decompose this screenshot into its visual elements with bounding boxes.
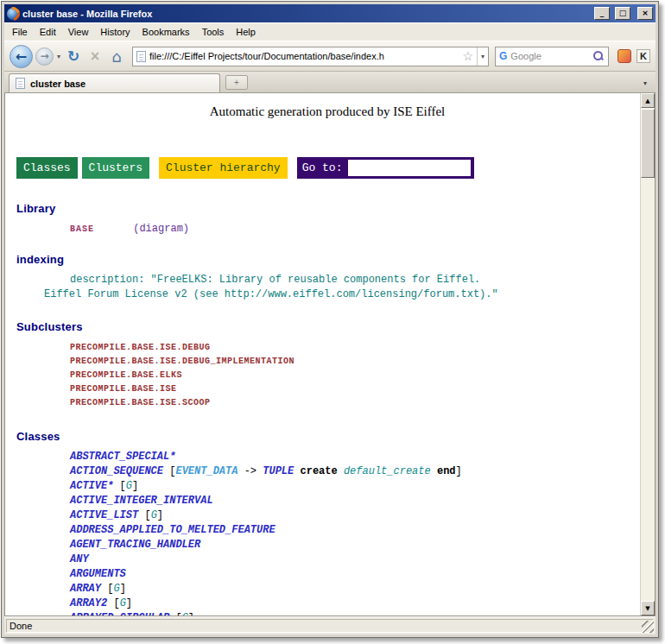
extension-k-icon[interactable]: K <box>636 49 650 63</box>
subcluster-link[interactable]: PRECOMPILE.BASE.ISE.DEBUG_IMPLEMENTATION <box>70 355 638 369</box>
menu-tools[interactable]: Tools <box>196 24 231 40</box>
code-token: G <box>113 583 119 595</box>
class-link[interactable]: ACTION_SEQUENCE <box>70 465 163 477</box>
class-link[interactable]: ARRAY2 <box>70 597 107 609</box>
resize-grip[interactable] <box>642 621 654 633</box>
list-all-tabs-button[interactable]: ▾ <box>637 74 653 92</box>
code-token: EVENT_DATA <box>175 465 238 477</box>
extension-icons: K <box>618 49 650 63</box>
search-magnifier-icon[interactable] <box>592 50 605 62</box>
url-dropdown-icon[interactable]: ▾ <box>477 47 484 66</box>
vertical-scrollbar[interactable]: ▲ ▼ <box>640 93 655 616</box>
class-entry: AGENT_TRACING_HANDLER <box>70 538 638 552</box>
url-bar[interactable]: ☆ ▾ <box>132 47 489 66</box>
subcluster-link[interactable]: PRECOMPILE.BASE.ISE.SCOOP <box>70 396 638 410</box>
site-identity-icon <box>136 51 146 62</box>
code-token: [ <box>107 597 119 609</box>
menu-bookmarks[interactable]: Bookmarks <box>136 24 196 40</box>
menu-edit[interactable]: Edit <box>34 24 62 40</box>
history-dropdown-icon[interactable]: ▾ <box>56 53 61 60</box>
scrollbar-thumb[interactable] <box>641 109 655 178</box>
title-bar[interactable]: cluster base - Mozilla Firefox _ □ × <box>4 4 656 22</box>
class-entry: ACTIVE* [G] <box>70 479 638 494</box>
menu-view[interactable]: View <box>62 24 95 40</box>
cluster-hierarchy-button[interactable]: Cluster hierarchy <box>159 157 288 179</box>
class-link[interactable]: ARGUMENTS <box>70 568 126 580</box>
indexing-description: description: "FreeELKS: Library of reusa… <box>70 273 638 302</box>
menu-bar: FileEditViewHistoryBookmarksToolsHelp <box>4 22 656 41</box>
class-link[interactable]: ANY <box>70 553 89 565</box>
goto-label: Go to: <box>301 160 345 176</box>
goto-input[interactable] <box>348 160 471 176</box>
class-link[interactable]: AGENT_TRACING_HANDLER <box>70 539 200 551</box>
subclusters-list: PRECOMPILE.BASE.ISE.DEBUGPRECOMPILE.BASE… <box>70 341 638 410</box>
subcluster-link[interactable]: PRECOMPILE.BASE.ISE.DEBUG <box>70 341 638 355</box>
minimize-button[interactable]: _ <box>594 7 610 20</box>
refresh-button[interactable]: ↻ <box>64 46 83 66</box>
indexing-line-2: Eiffel Forum License v2 (see http://www.… <box>44 287 638 302</box>
page: Automatic generation produced by ISE Eif… <box>5 93 640 616</box>
subclusters-heading: Subclusters <box>16 320 638 333</box>
close-button[interactable]: × <box>637 7 653 20</box>
code-token: G <box>126 480 132 492</box>
class-link[interactable]: ARRAYED_CIRCULAR <box>70 612 169 616</box>
url-input[interactable] <box>149 51 459 61</box>
indexing-heading: indexing <box>16 253 638 266</box>
class-entry: ADDRESS_APPLIED_TO_MELTED_FEATURE <box>70 523 638 538</box>
clusters-button[interactable]: Clusters <box>82 157 149 179</box>
code-token: [ <box>113 480 125 492</box>
class-entry: ACTIVE_LIST [G] <box>70 508 638 523</box>
class-entry: ARRAYED_CIRCULAR [G] <box>70 611 638 616</box>
class-entry: ARRAY2 [G] <box>70 597 638 611</box>
classes-heading: Classes <box>16 430 638 443</box>
scroll-up-button[interactable]: ▲ <box>641 93 655 108</box>
diagram-link[interactable]: (diagram) <box>133 223 189 235</box>
tab-cluster-base[interactable]: cluster base <box>9 73 220 92</box>
menu-history[interactable]: History <box>94 24 136 40</box>
cluster-base-link[interactable]: BASE <box>70 224 94 234</box>
bookmark-star-icon[interactable]: ☆ <box>462 50 473 62</box>
tab-page-icon <box>16 78 25 89</box>
search-input[interactable] <box>510 51 589 61</box>
code-token: [ <box>163 465 175 477</box>
code-token <box>431 465 437 477</box>
code-token: G <box>151 509 157 521</box>
search-bar[interactable]: G <box>495 47 609 66</box>
class-entry: ARGUMENTS <box>70 567 638 582</box>
extension-badge-icon[interactable] <box>618 49 631 63</box>
code-token: ] <box>188 612 194 616</box>
subcluster-link[interactable]: PRECOMPILE.BASE.ISE <box>70 382 638 396</box>
code-token <box>338 465 344 477</box>
code-token: G <box>182 612 188 616</box>
code-token: ] <box>132 480 138 492</box>
library-entry: BASE (diagram) <box>70 223 638 235</box>
firefox-window: cluster base - Mozilla Firefox _ □ × Fil… <box>1 1 659 638</box>
scroll-down-button[interactable]: ▼ <box>641 601 655 616</box>
navigation-toolbar: ← → ▾ ↻ × ⌂ ☆ ▾ G K <box>4 41 656 72</box>
stop-button[interactable]: × <box>86 46 104 66</box>
code-token: [ <box>169 612 181 616</box>
doc-nav-buttons: Classes Clusters Cluster hierarchy Go to… <box>16 157 638 179</box>
google-icon[interactable]: G <box>499 50 507 62</box>
menu-help[interactable]: Help <box>230 24 262 40</box>
class-entry: ANY <box>70 552 638 567</box>
class-link[interactable]: ARRAY <box>70 583 101 595</box>
scrollbar-track[interactable] <box>641 108 655 601</box>
status-text: Done <box>10 621 32 631</box>
class-link[interactable]: ADDRESS_APPLIED_TO_MELTED_FEATURE <box>70 524 276 536</box>
class-link[interactable]: ABSTRACT_SPECIAL* <box>70 451 175 463</box>
menu-file[interactable]: File <box>6 24 34 40</box>
class-link[interactable]: ACTIVE* <box>70 480 113 492</box>
class-link[interactable]: ACTIVE_LIST <box>70 509 138 521</box>
back-button[interactable]: ← <box>10 45 33 68</box>
classes-button[interactable]: Classes <box>16 157 78 179</box>
new-tab-button[interactable]: + <box>225 75 248 90</box>
home-button[interactable]: ⌂ <box>107 46 126 66</box>
forward-button[interactable]: → <box>35 47 54 66</box>
class-link[interactable]: ACTIVE_INTEGER_INTERVAL <box>70 495 213 507</box>
class-link[interactable]: TUPLE <box>263 465 294 477</box>
subcluster-link[interactable]: PRECOMPILE.BASE.ELKS <box>70 369 638 382</box>
class-entry: ARRAY [G] <box>70 582 638 597</box>
maximize-button[interactable]: □ <box>615 7 630 20</box>
library-heading: Library <box>16 202 638 215</box>
